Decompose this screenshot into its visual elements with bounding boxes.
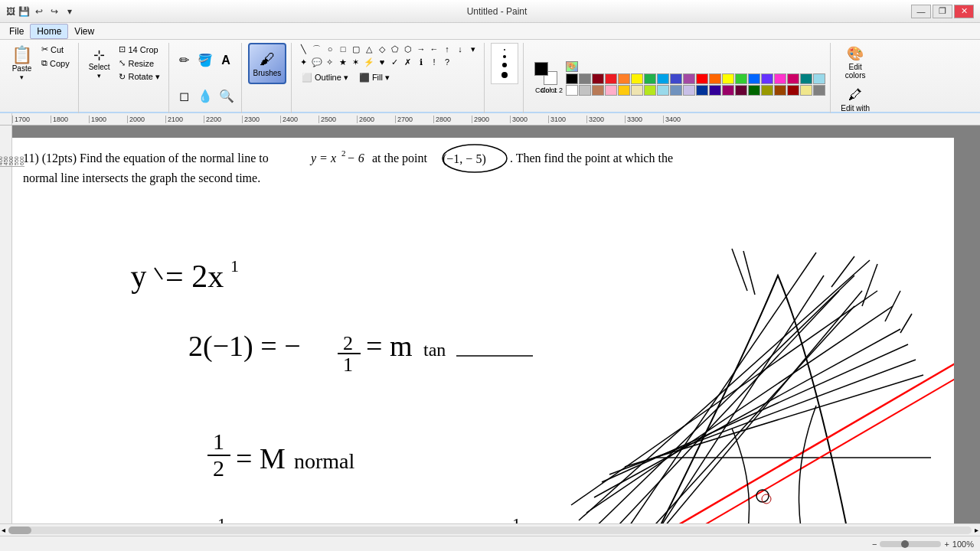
swatch-black[interactable] (566, 73, 578, 84)
text-button[interactable]: A (217, 51, 235, 70)
shape-heart[interactable]: ♥ (376, 56, 388, 68)
close-button[interactable]: ✕ (954, 5, 974, 18)
scroll-thumb[interactable] (8, 527, 31, 534)
swatch-brown[interactable] (592, 85, 604, 96)
shape-triangle[interactable]: △ (363, 43, 375, 55)
shape-oval[interactable]: ○ (324, 43, 336, 55)
edit-colors-button[interactable]: 🎨 Editcolors (837, 43, 874, 82)
shape-diamond[interactable]: ◇ (376, 43, 388, 55)
swatch-silver[interactable] (813, 85, 825, 96)
shape-pent[interactable]: ⬠ (389, 43, 401, 55)
shape-bang[interactable]: ! (428, 56, 440, 68)
customize-quick-access[interactable]: ▾ (63, 5, 77, 18)
scroll-right-arrow[interactable]: ▸ (975, 526, 978, 534)
cut-button[interactable]: ✂ Cut (38, 43, 74, 56)
fill-shape-button[interactable]: ⬛ Fill ▾ (355, 70, 394, 85)
paste-button[interactable]: 📋 Paste ▾ (8, 43, 36, 84)
zoom-slider[interactable] (880, 541, 941, 547)
swatch-yellow[interactable] (631, 73, 643, 84)
outline-button[interactable]: ⬜ Outline ▾ (298, 70, 352, 85)
brushes-button[interactable]: 🖌 Brushes (248, 43, 286, 84)
swatch-orange2[interactable] (709, 73, 721, 84)
swatch-magenta[interactable] (774, 73, 786, 84)
swatch-orange[interactable] (618, 73, 630, 84)
drawing-canvas[interactable]: 11) (12pts) Find the equation of the nor… (12, 138, 954, 523)
swatch-darkorange[interactable] (774, 85, 786, 96)
shape-star4[interactable]: ✧ (324, 56, 336, 68)
redo-button[interactable]: ↪ (47, 5, 61, 18)
swatch-darkred2[interactable] (787, 85, 799, 96)
menu-view[interactable]: View (68, 24, 100, 38)
horizontal-scrollbar[interactable]: ◂ ▸ (0, 523, 980, 536)
swatch-darkrose[interactable] (735, 85, 747, 96)
swatch-lavender[interactable] (683, 85, 695, 96)
shape-line[interactable]: ╲ (298, 43, 310, 55)
swatch-darkblue[interactable] (696, 85, 708, 96)
swatch-red[interactable] (605, 73, 617, 84)
swatch-limegreen[interactable] (735, 73, 747, 84)
crop-button[interactable]: ⊡ 14 Crop (115, 43, 163, 56)
shape-left-arrow[interactable]: ← (428, 43, 440, 55)
scroll-track[interactable] (8, 527, 972, 534)
color1-box[interactable] (534, 62, 548, 76)
swatch-olive[interactable] (761, 85, 773, 96)
swatch-lightgreen[interactable] (644, 85, 656, 96)
shape-up-arrow[interactable]: ↑ (441, 43, 453, 55)
swatch-teal[interactable] (800, 73, 812, 84)
zoom-thumb[interactable] (901, 540, 909, 548)
undo-button[interactable]: ↩ (32, 5, 46, 18)
shape-roundrect[interactable]: ▢ (350, 43, 362, 55)
swatch-cyan[interactable] (657, 73, 669, 84)
swatch-gray[interactable] (579, 73, 591, 84)
shape-check[interactable]: ✓ (389, 56, 401, 68)
swatch-beige[interactable] (800, 85, 812, 96)
canvas-wrapper[interactable]: 1700 1800 1900 2000 2100 2200 2300 2400 … (0, 113, 980, 523)
swatch-pink2[interactable] (787, 73, 799, 84)
shape-down-arrow[interactable]: ↓ (454, 43, 466, 55)
pencil-button[interactable]: ✏ (175, 51, 194, 70)
swatch-darkred[interactable] (592, 73, 604, 84)
rotate-button[interactable]: ↻ Rotate ▾ (115, 70, 163, 83)
shape-more[interactable]: ▾ (467, 43, 479, 55)
swatch-cream[interactable] (631, 85, 643, 96)
shape-hex[interactable]: ⬡ (402, 43, 414, 55)
menu-home[interactable]: Home (30, 24, 68, 39)
shape-4arrow[interactable]: ✦ (298, 56, 310, 68)
shape-info[interactable]: ℹ (415, 56, 427, 68)
copy-button[interactable]: ⧉ Copy (38, 57, 74, 70)
shape-q[interactable]: ? (441, 56, 453, 68)
minimize-button[interactable]: — (911, 5, 931, 18)
swatch-lightgray[interactable] (579, 85, 591, 96)
swatch-violet[interactable] (761, 73, 773, 84)
scroll-left-arrow[interactable]: ◂ (2, 526, 5, 534)
swatch-blue[interactable] (670, 73, 682, 84)
save-button[interactable]: 💾 (17, 5, 31, 18)
magnify-button[interactable]: 🔍 (217, 86, 237, 106)
shape-star5[interactable]: ★ (337, 56, 349, 68)
swatch-green[interactable] (644, 73, 656, 84)
fill-button[interactable]: 🪣 (195, 51, 215, 70)
swatch-brightblue[interactable] (748, 73, 760, 84)
resize-button[interactable]: ⤡ Resize (115, 57, 163, 70)
shape-right-arrow[interactable]: → (415, 43, 427, 55)
shape-rect[interactable]: □ (337, 43, 349, 55)
swatch-darkpurple[interactable] (722, 85, 734, 96)
shape-x[interactable]: ✗ (402, 56, 414, 68)
swatch-white[interactable] (566, 85, 578, 96)
swatch-steelblue[interactable] (670, 85, 682, 96)
zoom-in-button[interactable]: + (944, 540, 949, 549)
zoom-out-button[interactable]: − (872, 540, 877, 549)
swatch-skyblue[interactable] (657, 85, 669, 96)
swatch-gold[interactable] (618, 85, 630, 96)
restore-button[interactable]: ❐ (933, 5, 952, 18)
eraser-button[interactable]: ◻ (175, 86, 194, 106)
edit-colors-btn[interactable]: 🎨 (566, 61, 578, 72)
swatch-yellow2[interactable] (722, 73, 734, 84)
swatch-pink[interactable] (605, 85, 617, 96)
swatch-darkgreen[interactable] (748, 85, 760, 96)
swatch-purple[interactable] (683, 73, 695, 84)
swatch-lightblue[interactable] (813, 73, 825, 84)
color-picker-button[interactable]: 💧 (195, 86, 215, 106)
shape-callout[interactable]: 💬 (311, 56, 323, 68)
size-selector[interactable] (491, 43, 518, 84)
